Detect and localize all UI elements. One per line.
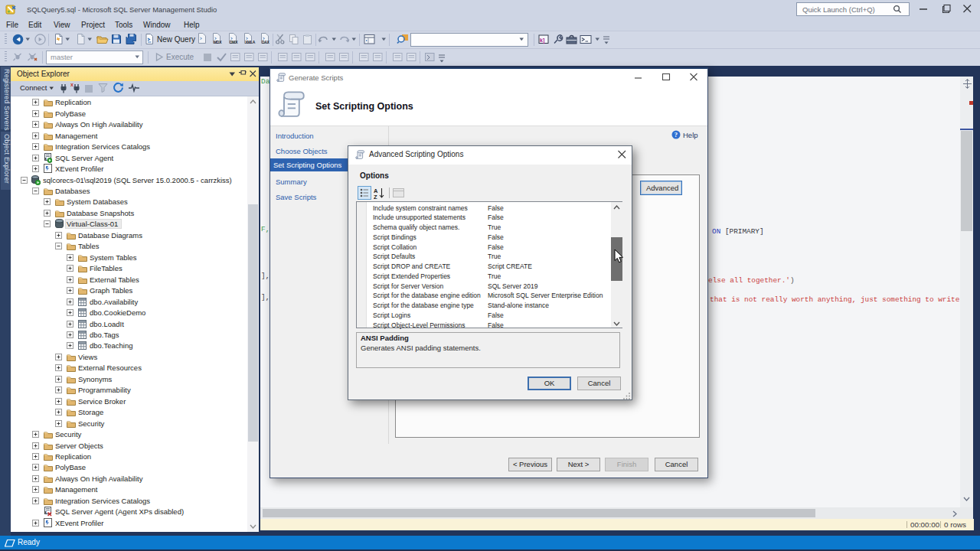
- svg-text:x: x: [70, 82, 74, 87]
- svg-text:?: ?: [675, 131, 678, 139]
- svg-text:Z: Z: [374, 194, 377, 201]
- svg-text:k]: k]: [540, 37, 544, 44]
